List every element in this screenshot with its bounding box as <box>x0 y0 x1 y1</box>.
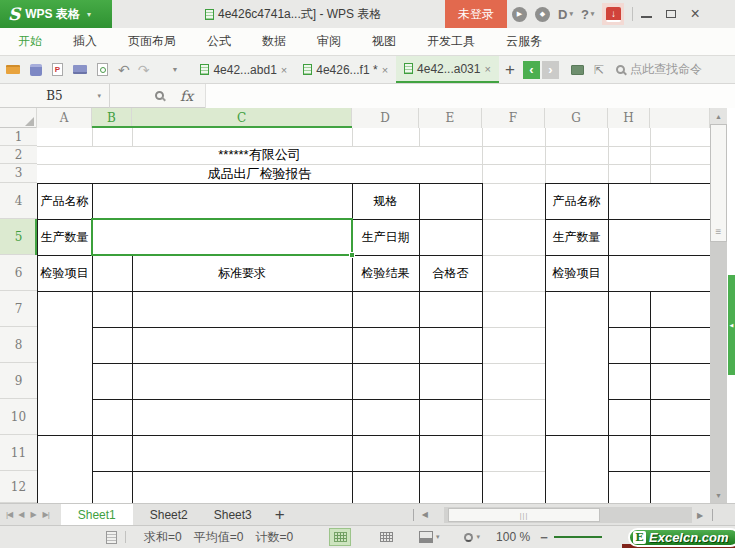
row-header-5[interactable]: 5 <box>0 219 37 255</box>
login-button[interactable]: 未登录 <box>445 0 507 28</box>
page-break-view-button[interactable] <box>375 528 397 546</box>
close-button[interactable]: × <box>690 6 699 22</box>
cell-a6[interactable]: 检验项目 <box>37 255 92 291</box>
sheet-grid[interactable]: A B C D E F G H 1 2 3 4 5 6 7 8 9 10 11 … <box>0 108 735 503</box>
print-preview-button[interactable] <box>97 63 108 76</box>
row-header-12[interactable]: 12 <box>0 471 37 503</box>
redo-button[interactable]: ↷ <box>138 63 150 77</box>
sidebar-expand-tab[interactable]: ◀ <box>728 275 735 375</box>
logo-caret-icon[interactable]: ▾ <box>87 10 91 19</box>
cell-g6[interactable]: 检验项目 <box>545 255 608 291</box>
next-sheet-icon[interactable]: ▶ <box>30 510 36 519</box>
active-cell-selection[interactable] <box>91 218 353 256</box>
column-header-h[interactable]: H <box>608 108 650 128</box>
fx-icon[interactable]: fx <box>180 88 193 104</box>
sheet-tab-sheet2[interactable]: Sheet2 <box>137 504 201 526</box>
row-header-3[interactable]: 3 <box>0 164 37 183</box>
menu-developer[interactable]: 开发工具 <box>425 33 477 50</box>
first-sheet-icon[interactable]: |◀ <box>6 510 12 519</box>
split-view-button[interactable]: ▾ <box>419 531 440 543</box>
column-header-a[interactable]: A <box>37 108 92 128</box>
undo-button[interactable]: ↶ <box>118 63 130 77</box>
vertical-scrollbar[interactable]: ▲ ≡ ▼ <box>710 108 727 503</box>
menu-data[interactable]: 数据 <box>260 33 288 50</box>
command-search[interactable]: 点此查找命令 <box>616 61 702 78</box>
sheet-tab-sheet3[interactable]: Sheet3 <box>201 504 265 526</box>
cell-e6[interactable]: 合格否 <box>419 255 482 291</box>
menu-home[interactable]: 开始 <box>16 33 44 50</box>
menu-page-layout[interactable]: 页面布局 <box>126 33 178 50</box>
export-pdf-button[interactable]: P <box>52 63 63 76</box>
cell-report-title[interactable]: 成品出厂检验报告 <box>37 164 482 183</box>
new-doc-tab-button[interactable]: + <box>505 61 515 78</box>
wps-logo[interactable]: S WPS 表格 ▾ <box>0 0 112 28</box>
selection-stats-icon[interactable] <box>106 531 117 544</box>
edit-mode-icon[interactable]: D▾ <box>558 7 573 22</box>
cell-g4[interactable]: 产品名称 <box>545 183 608 219</box>
scroll-up-arrow[interactable]: ▲ <box>710 108 727 124</box>
cell-d5[interactable]: 生产日期 <box>352 219 419 255</box>
row-header-8[interactable]: 8 <box>0 327 37 363</box>
vertical-scroll-thumb[interactable]: ≡ <box>710 124 727 242</box>
next-tab-button[interactable]: › <box>542 61 559 79</box>
column-header-b[interactable]: B <box>92 108 132 128</box>
select-all-corner[interactable] <box>0 108 37 128</box>
add-sheet-button[interactable]: + <box>275 506 285 523</box>
hscroll-left-arrow[interactable]: ◀ <box>422 510 428 519</box>
maximize-button[interactable] <box>666 10 676 18</box>
horizontal-scroll-thumb[interactable]: ||| <box>448 508 600 522</box>
doc-tab-close-icon[interactable]: × <box>281 64 287 76</box>
open-file-button[interactable] <box>6 65 20 74</box>
column-header-f[interactable]: F <box>482 108 545 128</box>
minimize-button[interactable] <box>641 16 652 18</box>
fill-handle[interactable] <box>349 252 355 258</box>
menu-view[interactable]: 视图 <box>370 33 398 50</box>
formula-input[interactable] <box>205 84 735 108</box>
share-icon[interactable]: ⇱ <box>594 63 604 77</box>
cell-a4[interactable]: 产品名称 <box>37 183 92 219</box>
normal-view-button[interactable] <box>329 528 351 546</box>
column-header-g[interactable]: G <box>545 108 608 128</box>
menu-cloud[interactable]: 云服务 <box>504 33 544 50</box>
prev-sheet-icon[interactable]: ◀ <box>18 510 24 519</box>
cell-a5[interactable]: 生产数量 <box>37 219 92 255</box>
print-button[interactable] <box>73 65 87 74</box>
column-header-blank[interactable] <box>650 108 710 128</box>
row-header-7[interactable]: 7 <box>0 291 37 327</box>
help-icon[interactable]: ?▾ <box>581 7 594 22</box>
row-header-10[interactable]: 10 <box>0 399 37 435</box>
sheet-tab-sheet1[interactable]: Sheet1 <box>61 504 133 526</box>
menu-insert[interactable]: 插入 <box>71 33 99 50</box>
column-header-c[interactable]: C <box>132 108 352 128</box>
save-button[interactable] <box>30 64 42 76</box>
zoom-slider[interactable] <box>554 536 602 538</box>
column-header-d[interactable]: D <box>352 108 419 128</box>
settings-icon[interactable]: ◆ <box>535 7 550 22</box>
row-header-4[interactable]: 4 <box>0 183 37 219</box>
doc-tab-2[interactable]: 4e426...f1 * × <box>295 56 396 83</box>
cell-d6[interactable]: 检验结果 <box>352 255 419 291</box>
zoom-out-button[interactable]: − <box>540 530 548 545</box>
last-sheet-icon[interactable]: ▶| <box>43 510 49 519</box>
horizontal-scrollbar[interactable]: ||| <box>444 507 692 523</box>
cell-company-title[interactable]: ******有限公司 <box>37 146 482 164</box>
name-box-caret-icon[interactable]: ▾ <box>97 92 101 100</box>
doc-tab-1[interactable]: 4e42...abd1 × <box>192 56 295 83</box>
doc-tab-close-icon[interactable]: × <box>382 64 388 76</box>
scroll-down-arrow[interactable]: ▼ <box>710 487 727 503</box>
column-header-e[interactable]: E <box>419 108 482 128</box>
menu-review[interactable]: 审阅 <box>315 33 343 50</box>
name-box[interactable]: B5 ▾ <box>0 84 110 108</box>
formula-search-icon[interactable] <box>155 91 164 100</box>
hscroll-right-arrow[interactable]: ▶ <box>697 511 703 520</box>
row-header-9[interactable]: 9 <box>0 363 37 399</box>
download-icon[interactable]: ↓ <box>602 3 624 25</box>
prev-tab-button[interactable]: ‹ <box>523 61 540 79</box>
doc-tab-close-icon[interactable]: × <box>484 63 490 75</box>
row-header-1[interactable]: 1 <box>0 128 37 146</box>
tab-list-icon[interactable] <box>571 65 584 75</box>
toolbar-more-dropdown[interactable]: ▼ <box>171 66 178 73</box>
reading-mode-button[interactable]: ▾ <box>464 533 481 542</box>
cell-g5[interactable]: 生产数量 <box>545 219 608 255</box>
cell-d4[interactable]: 规格 <box>352 183 419 219</box>
